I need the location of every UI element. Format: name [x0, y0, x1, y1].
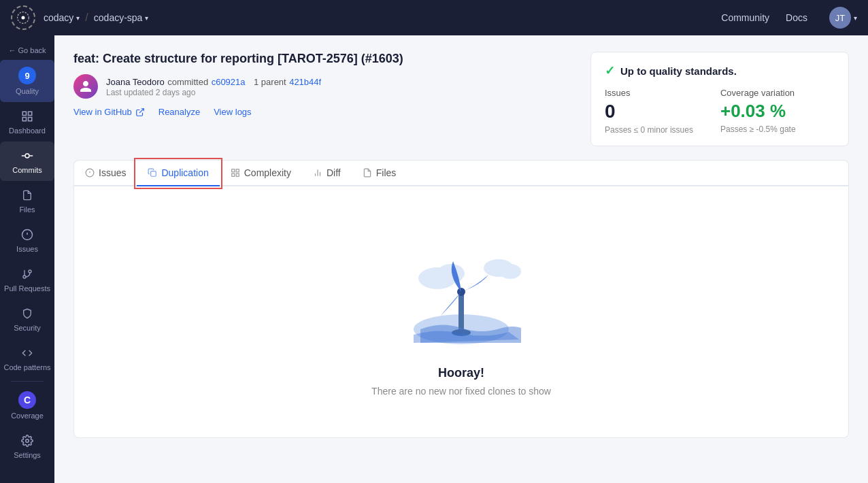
tab-complexity[interactable]: Complexity — [220, 161, 302, 186]
nav-separator: / — [85, 12, 88, 24]
external-link-icon — [135, 107, 145, 117]
docs-link[interactable]: Docs — [786, 12, 807, 23]
user-avatar: JT — [829, 7, 851, 29]
tab-issues[interactable]: Issues — [74, 161, 137, 186]
commits-icon — [20, 148, 35, 163]
sidebar-divider — [11, 381, 44, 382]
sidebar-item-dashboard[interactable]: Dashboard — [0, 102, 54, 141]
empty-state-subtitle: There are no new nor fixed clones to sho… — [371, 386, 551, 397]
files-icon — [20, 188, 35, 203]
top-area: feat: Create structure for reporting [TA… — [73, 52, 849, 146]
code-patterns-icon — [20, 346, 35, 361]
repo-dropdown[interactable]: codacy-spa ▾ — [94, 12, 149, 23]
sidebar: ← Go back 9 Quality Dashboard — [0, 35, 54, 483]
svg-rect-33 — [458, 292, 464, 333]
tabs: Issues Duplication Complexity — [74, 161, 848, 186]
quality-panel: ✓ Up to quality standards. Issues 0 Pass… — [590, 52, 849, 146]
author-avatar — [73, 74, 98, 99]
svg-rect-20 — [151, 171, 156, 177]
issues-metric: Issues 0 Passes ≤ 0 minor issues — [605, 88, 693, 135]
complexity-tab-icon — [231, 168, 240, 178]
quality-badge: 9 — [18, 67, 36, 84]
commit-author-line: Joana Teodoro committed c60921a 1 parent… — [106, 76, 321, 88]
svg-point-14 — [23, 276, 26, 278]
quality-metrics: Issues 0 Passes ≤ 0 minor issues Coverag… — [605, 88, 835, 135]
quality-card: ✓ Up to quality standards. Issues 0 Pass… — [590, 52, 849, 146]
main-content: feat: Create structure for reporting [TA… — [54, 35, 868, 483]
user-chevron-icon: ▾ — [854, 14, 857, 22]
svg-point-6 — [25, 154, 29, 158]
sidebar-item-settings[interactable]: Settings — [0, 427, 54, 466]
commit-actions: View in GitHub Reanalyze View logs — [73, 107, 577, 117]
files-tab-icon — [363, 168, 372, 178]
commit-meta: Joana Teodoro committed c60921a 1 parent… — [73, 74, 577, 99]
codacy-logo[interactable] — [11, 5, 35, 30]
tab-duplication[interactable]: Duplication — [137, 161, 219, 186]
sidebar-item-pull-requests[interactable]: Pull Requests — [0, 260, 54, 299]
tab-diff[interactable]: Diff — [302, 161, 352, 186]
view-github-link[interactable]: View in GitHub — [73, 107, 145, 117]
view-logs-link[interactable]: View logs — [214, 107, 251, 117]
quality-header: ✓ Up to quality standards. — [605, 63, 835, 78]
svg-rect-23 — [236, 173, 239, 176]
topnav-links: Community Docs JT ▾ — [721, 7, 857, 29]
sidebar-item-quality[interactable]: 9 Quality — [0, 60, 54, 102]
commit-info-panel: feat: Create structure for reporting [TA… — [73, 52, 577, 146]
tabs-container: Issues Duplication Complexity — [73, 160, 849, 186]
security-icon — [20, 306, 35, 321]
sidebar-back-button[interactable]: ← Go back — [0, 41, 54, 60]
svg-rect-3 — [29, 112, 32, 115]
svg-rect-24 — [231, 173, 234, 176]
svg-point-32 — [499, 264, 521, 279]
pull-requests-icon — [20, 267, 35, 282]
diff-tab-icon — [313, 168, 322, 178]
topnav: codacy ▾ / codacy-spa ▾ Community Docs J… — [0, 0, 868, 35]
commit-title: feat: Create structure for reporting [TA… — [73, 52, 577, 66]
check-icon: ✓ — [605, 63, 615, 78]
empty-state-title: Hooray! — [438, 366, 484, 380]
coverage-badge: C — [18, 391, 36, 409]
issues-tab-icon — [85, 168, 95, 178]
duplication-tab-icon — [148, 168, 157, 178]
issues-icon — [20, 227, 35, 242]
svg-rect-22 — [236, 169, 239, 172]
svg-point-30 — [437, 264, 465, 283]
tab-files[interactable]: Files — [352, 161, 407, 186]
brand-chevron-icon: ▾ — [76, 14, 80, 22]
sidebar-item-security[interactable]: Security — [0, 299, 54, 339]
panel-body: Hooray! There are no new nor fixed clone… — [73, 186, 849, 438]
svg-point-1 — [22, 16, 25, 20]
sidebar-item-issues[interactable]: Issues — [0, 220, 54, 260]
svg-point-15 — [26, 439, 29, 443]
empty-state-illustration — [400, 227, 522, 350]
commit-author-info: Joana Teodoro committed c60921a 1 parent… — [106, 76, 321, 97]
sidebar-item-coverage[interactable]: C Coverage — [0, 384, 54, 427]
svg-rect-21 — [231, 169, 234, 172]
coverage-metric: Coverage variation +0.03 % Passes ≥ -0.5… — [720, 88, 796, 135]
dashboard-icon — [20, 109, 35, 124]
user-menu[interactable]: JT ▾ — [824, 7, 857, 29]
svg-line-16 — [139, 108, 144, 112]
reanalyze-link[interactable]: Reanalyze — [158, 107, 200, 117]
svg-rect-4 — [22, 118, 26, 121]
settings-icon — [20, 433, 35, 448]
main-layout: ← Go back 9 Quality Dashboard — [0, 35, 868, 483]
svg-rect-2 — [22, 112, 26, 115]
community-link[interactable]: Community — [721, 12, 769, 23]
commit-date: Last updated 2 days ago — [106, 88, 321, 97]
sidebar-item-commits[interactable]: Commits — [0, 141, 54, 181]
sidebar-item-files[interactable]: Files — [0, 181, 54, 220]
brand-dropdown[interactable]: codacy ▾ — [44, 12, 80, 23]
svg-point-13 — [29, 270, 31, 273]
parent-hash-link[interactable]: 421b44f — [289, 77, 321, 87]
repo-chevron-icon: ▾ — [145, 14, 148, 22]
svg-rect-5 — [29, 118, 32, 121]
sidebar-item-code-patterns[interactable]: Code patterns — [0, 339, 54, 378]
